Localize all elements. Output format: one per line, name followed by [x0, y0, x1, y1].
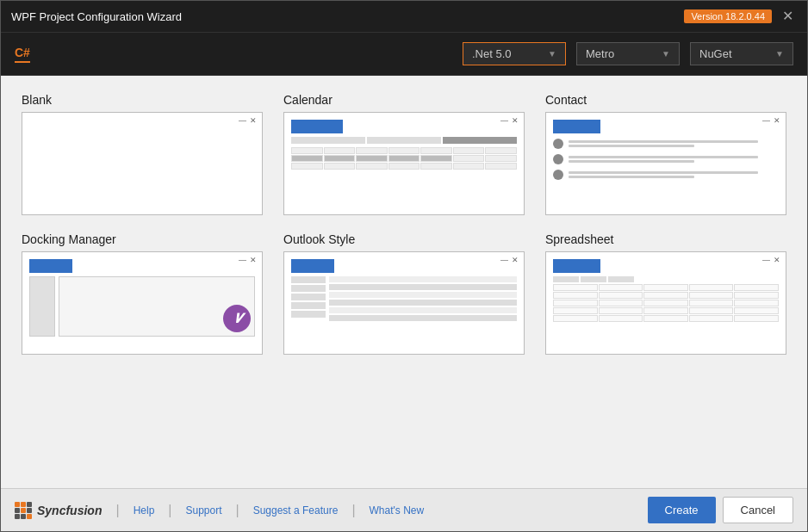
cal-grid [291, 147, 517, 170]
suggest-feature-link[interactable]: Suggest a Feature [253, 504, 339, 517]
cancel-button[interactable]: Cancel [723, 497, 793, 523]
preview-outlook: — ✕ [283, 251, 525, 355]
close-button[interactable]: ✕ [779, 8, 797, 25]
footer-buttons: Create Cancel [648, 497, 794, 523]
template-item-outlook[interactable]: Outlook Style — ✕ [283, 232, 525, 355]
logo-icon [15, 502, 32, 519]
sp-header [553, 259, 600, 273]
template-label-contact: Contact [545, 93, 786, 107]
con-row [553, 139, 779, 149]
framework-dropdown[interactable]: .Net 5.0 ▼ [463, 42, 566, 65]
con-avatar [553, 170, 563, 180]
dock-header [29, 259, 72, 273]
vs-icon: 𝙑 [223, 305, 251, 332]
sp-grid [553, 284, 779, 322]
out-header [291, 259, 334, 273]
out-body [291, 276, 517, 337]
dock-side [29, 276, 55, 337]
footer-left: Syncfusion | Help | Support | Suggest a … [15, 502, 424, 519]
win-controls-contact: — ✕ [762, 116, 780, 125]
preview-blank: — ✕ [22, 112, 263, 215]
con-row [553, 154, 779, 164]
template-item-spreadsheet[interactable]: Spreadsheet — ✕ [545, 232, 786, 355]
footer: Syncfusion | Help | Support | Suggest a … [1, 488, 807, 531]
dock-body: 𝙑 [29, 276, 255, 337]
con-avatar [553, 139, 563, 149]
theme-value: Metro [586, 47, 614, 60]
main-dialog: WPF Project Configuration Wizard Version… [0, 0, 808, 532]
sp-tabs [553, 276, 779, 282]
template-label-outlook: Outlook Style [283, 232, 525, 246]
con-avatar [553, 154, 563, 164]
cal-tabs [291, 137, 517, 144]
title-bar-right: Version 18.2.0.44 ✕ [684, 8, 797, 25]
template-item-blank[interactable]: Blank — ✕ [22, 93, 263, 215]
template-label-spreadsheet: Spreadsheet [545, 232, 786, 246]
theme-dropdown[interactable]: Metro ▼ [576, 42, 680, 65]
support-link[interactable]: Support [185, 504, 221, 517]
theme-dropdown-arrow: ▼ [662, 49, 670, 59]
template-label-docking: Docking Manager [22, 232, 263, 246]
logo-text: Syncfusion [37, 504, 102, 517]
con-row [553, 170, 779, 180]
package-value: NuGet [699, 47, 732, 60]
toolbar: C# .Net 5.0 ▼ Metro ▼ NuGet ▼ [1, 33, 807, 76]
template-grid: Blank — ✕ Calendar — ✕ [22, 93, 786, 355]
con-header [553, 120, 600, 133]
win-controls-calendar: — ✕ [500, 116, 519, 125]
framework-value: .Net 5.0 [472, 47, 512, 60]
con-list [553, 139, 779, 180]
syncfusion-logo: Syncfusion [15, 502, 102, 519]
preview-docking: — ✕ 𝙑 [22, 251, 263, 355]
preview-contact: — ✕ [545, 112, 786, 215]
version-badge: Version 18.2.0.44 [684, 9, 772, 23]
language-label: C# [15, 46, 30, 63]
win-controls-blank: — ✕ [239, 116, 257, 125]
template-item-contact[interactable]: Contact — ✕ [545, 93, 786, 215]
preview-calendar: — ✕ [283, 112, 525, 215]
template-item-calendar[interactable]: Calendar — ✕ [283, 93, 525, 215]
preview-spreadsheet: — ✕ [545, 251, 786, 355]
win-controls-outlook: — ✕ [500, 256, 519, 264]
content-area: Blank — ✕ Calendar — ✕ [1, 76, 807, 488]
package-dropdown[interactable]: NuGet ▼ [690, 42, 793, 65]
template-label-blank: Blank [22, 93, 263, 107]
whats-new-link[interactable]: What's New [370, 504, 425, 517]
template-item-docking[interactable]: Docking Manager — ✕ 𝙑 [22, 232, 263, 355]
help-link[interactable]: Help [134, 504, 155, 517]
cal-header [291, 120, 343, 133]
template-label-calendar: Calendar [283, 93, 525, 107]
create-button[interactable]: Create [648, 497, 716, 523]
package-dropdown-arrow: ▼ [775, 49, 784, 59]
title-bar: WPF Project Configuration Wizard Version… [1, 1, 807, 33]
framework-dropdown-arrow: ▼ [548, 49, 556, 59]
dialog-title: WPF Project Configuration Wizard [11, 10, 182, 23]
win-controls-spreadsheet: — ✕ [762, 256, 780, 264]
win-controls-docking: — ✕ [239, 256, 257, 264]
dock-main: 𝙑 [59, 276, 255, 337]
